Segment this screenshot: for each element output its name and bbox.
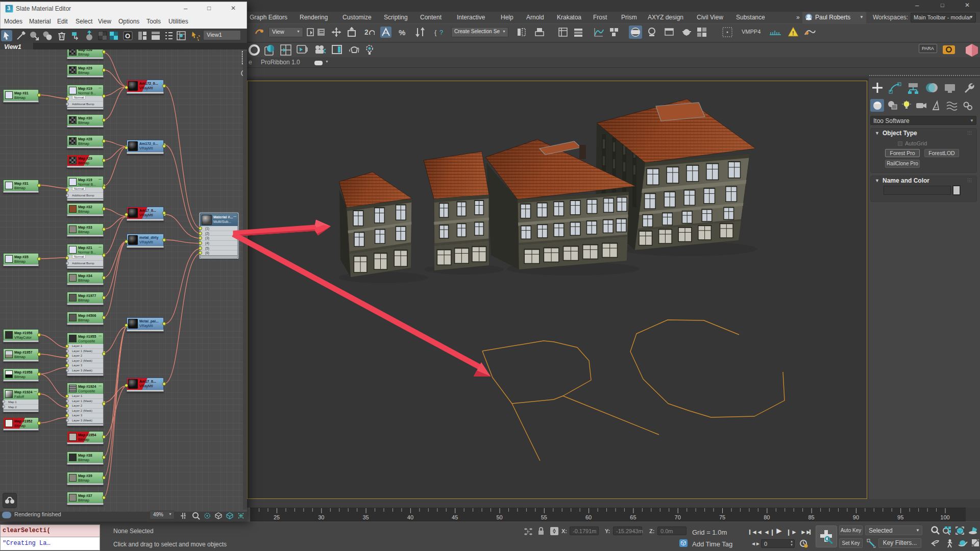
svg-text:60: 60 (585, 514, 592, 520)
svg-text:{: { (434, 29, 437, 36)
svg-text:80: 80 (764, 514, 770, 520)
svg-text:?: ? (439, 29, 443, 36)
svg-text:35: 35 (362, 514, 369, 520)
svg-text:100: 100 (940, 514, 949, 520)
svg-text:95: 95 (897, 514, 903, 520)
svg-text:%: % (399, 28, 405, 37)
svg-text:O: O (125, 32, 130, 40)
svg-text:40: 40 (407, 514, 413, 520)
svg-text:45: 45 (452, 514, 458, 520)
svg-text:30: 30 (318, 514, 324, 520)
svg-text:55: 55 (541, 514, 547, 520)
svg-text:25: 25 (274, 514, 280, 520)
svg-text:50: 50 (496, 514, 502, 520)
svg-text:85: 85 (808, 514, 814, 520)
svg-text:65: 65 (630, 514, 636, 520)
svg-text:!: ! (792, 30, 794, 36)
svg-text:90: 90 (853, 514, 859, 520)
svg-text:75: 75 (719, 514, 725, 520)
svg-text:70: 70 (675, 514, 681, 520)
svg-text:2: 2 (364, 28, 369, 36)
